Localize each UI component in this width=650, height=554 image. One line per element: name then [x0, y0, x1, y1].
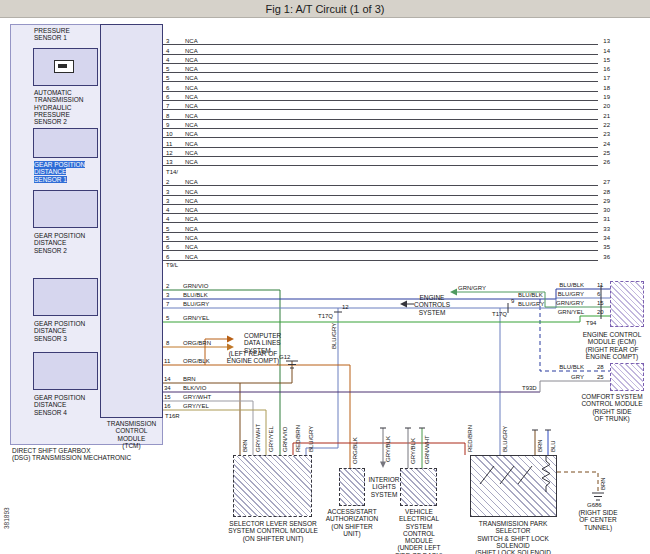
right-pin-number: 15 — [603, 57, 610, 63]
right-pin-number: 24 — [603, 141, 610, 147]
park-selector-switch-box — [470, 455, 557, 517]
wire-color-label: BLU/BLK — [183, 292, 208, 298]
nca-wire-row: 4 NCA 14 — [163, 45, 612, 54]
selector-lever-module-box — [233, 455, 312, 517]
connector-label-t17q-a: T17Q — [318, 313, 333, 319]
ecm-pin-number: 15 — [597, 300, 604, 306]
wire-brn-g686 — [557, 472, 598, 493]
tcm-pin-number: 2 — [166, 283, 169, 289]
wire-red-brn-bridge — [293, 443, 465, 455]
wire-blu-blk — [163, 289, 610, 299]
ecm-wire-color: GRN/GRY — [550, 300, 584, 306]
highlighted-search-hit[interactable]: GEAR POSITION DISTANCE SENSOR 1 — [34, 161, 85, 183]
nca-wire-row: 2 NCA 27 — [163, 177, 612, 186]
arrow-interior-lights — [380, 462, 386, 469]
wire-color-label-blu-gry: BLU/GRY — [518, 301, 544, 307]
nca-wire-row: 10 NCA 23 — [163, 129, 612, 138]
nca-wire-row: 5 NCA 33 — [163, 223, 612, 232]
vehicle-electrical-caption: VEHICLE ELECTRICAL SYSTEM CONTROL MODULE… — [390, 508, 448, 554]
nca-wire-row: 6 NCA 36 — [163, 251, 612, 260]
wiring-diagram-screen: Fig 1: A/T Circuit (1 of 3) — [0, 0, 650, 554]
nca-wire-row: 4 NCA 30 — [163, 205, 612, 214]
right-pin-number: 35 — [603, 244, 610, 250]
drop-label-grn-vio: GRN/VIO — [282, 427, 288, 452]
drop-label-org-blk: ORG/BLK — [352, 437, 358, 464]
nca-wire-row: 6 NCA 35 — [163, 242, 612, 251]
ecm-wire-color: GRN/YEL — [550, 309, 584, 315]
component-label-gear-sensor-1[interactable]: GEAR POSITION DISTANCE SENSOR 1 — [34, 161, 96, 183]
drop-label-red-brn: RED/BRN — [295, 425, 301, 452]
ecm-pin-number: 11 — [597, 282, 603, 288]
comfort-caption: COMFORT SYSTEM CONTROL MODULE (RIGHT SID… — [576, 393, 648, 422]
tcm-pin-number: 5 — [166, 315, 169, 321]
tcm-box — [100, 24, 163, 418]
system-engine-controls: ENGINE CONTROLS SYSTEM — [406, 294, 458, 316]
right-pin-number: 13 — [603, 38, 610, 44]
right-pin-number: 18 — [603, 85, 610, 91]
comfort-pin-number: 25 — [597, 374, 604, 380]
drop-label-brn: BRN — [242, 439, 248, 452]
nca-wire-row: 5 NCA 17 — [163, 73, 612, 82]
comfort-wire-color: BLU/BLK — [550, 364, 584, 370]
right-pin-number: 26 — [603, 159, 610, 165]
drop-label-grn-wht-vehicle: GRN/WHT — [424, 435, 430, 464]
access-start-box — [339, 468, 365, 506]
ecm-wire-color: BLU/GRY — [550, 291, 584, 297]
gear-position-sensor-4-box — [33, 352, 98, 390]
wire-line — [163, 260, 598, 261]
drop-label-gry-blk-interior: GRY/BLK — [385, 436, 391, 462]
park-selector-caption: TRANSMISSION PARK SELECTOR SWITCH & SHIF… — [461, 520, 565, 554]
right-pin-number: 25 — [603, 150, 610, 156]
drop-label-red-brn-park: RED/BRN — [467, 425, 473, 452]
right-pin-number: 31 — [603, 216, 610, 222]
connector-t17q-b-pin: 9 — [511, 298, 514, 304]
nca-wire-row: 9 NCA 22 — [163, 120, 612, 129]
wire-color-label: GRN/YEL — [183, 315, 209, 321]
right-pin-number: 14 — [603, 48, 610, 54]
drop-label-blu-gry: BLU/GRY — [308, 426, 314, 452]
wire-gry-wht — [163, 401, 253, 455]
system-interior-lights: INTERIOR LIGHTS SYSTEM — [368, 476, 400, 498]
nca-wire-row: 7 NCA 20 — [163, 101, 612, 110]
diagram-canvas: 3 NCA 13 4 NCA 14 4 NCA 15 — [0, 19, 650, 554]
ground-g686-label: G686 — [587, 502, 602, 508]
connector-label-t14: T14/ — [166, 169, 178, 175]
tcm-pin-number: 16 — [164, 403, 171, 409]
nca-wire-row: 3 NCA 29 — [163, 196, 612, 205]
drop-label-gry-wht: GRY/WHT — [255, 424, 261, 452]
drop-label-blu-gry-mid: BLU/GRY — [331, 323, 337, 349]
wire-color-label: GRY/YEL — [183, 403, 209, 409]
connector-label-t16r: T16R — [165, 413, 180, 419]
gear-position-sensor-2-box — [33, 190, 98, 228]
wire-color-label-blu-blk: BLU/BLK — [518, 292, 543, 298]
wire-color-label: BRN — [183, 376, 196, 382]
pressure-sensor-2-box — [33, 48, 98, 86]
wire-gry-comfort — [540, 381, 610, 392]
tcm-label: TRANSMISSION CONTROL MODULE (TCM) — [101, 420, 162, 449]
connector-ticks — [334, 285, 601, 430]
connector-label-t94: T94 — [586, 320, 596, 326]
ground-g686-location: (RIGHT SIDE OF CENTER TUNNEL) — [572, 509, 624, 531]
nca-wire-row: 6 NCA 18 — [163, 82, 612, 91]
drop-label-blu-gry-park: BLU/GRY — [502, 426, 508, 452]
wire-grn-vio — [163, 290, 280, 455]
ecm-wire-color: BLU/BLK — [550, 282, 584, 288]
gear-position-sensor-3-box — [33, 278, 98, 316]
figure-title: Fig 1: A/T Circuit (1 of 3) — [265, 3, 384, 15]
right-pin-number: 19 — [603, 94, 610, 100]
arrow-org-blk — [227, 336, 234, 343]
nca-wire-row: 13 NCA 26 — [163, 157, 612, 166]
connector-label-t9l: T9/L — [166, 262, 178, 268]
drop-label-brn-park: BRN — [537, 439, 543, 452]
tcm-pin-number: 34 — [164, 385, 171, 391]
wire-color-label: GRN/VIO — [183, 283, 208, 289]
comfort-wire-color: GRY — [550, 374, 584, 380]
wire-color-label: BLK/VIO — [183, 385, 206, 391]
nca-wire-row: 5 NCA 16 — [163, 64, 612, 73]
right-pin-number: 21 — [603, 113, 610, 119]
nca-wire-row: 12 NCA 25 — [163, 148, 612, 157]
pressure-sensor-icon — [54, 60, 74, 73]
right-pin-number: 16 — [603, 66, 610, 72]
ecm-pin-number: 20 — [597, 309, 604, 315]
wire-color-label: BLU/GRY — [183, 301, 209, 307]
